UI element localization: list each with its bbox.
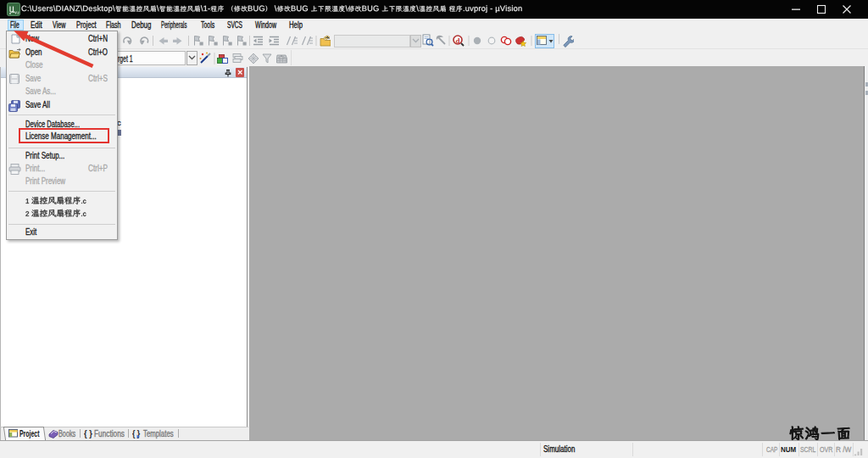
svg-text:d: d [456,36,460,45]
